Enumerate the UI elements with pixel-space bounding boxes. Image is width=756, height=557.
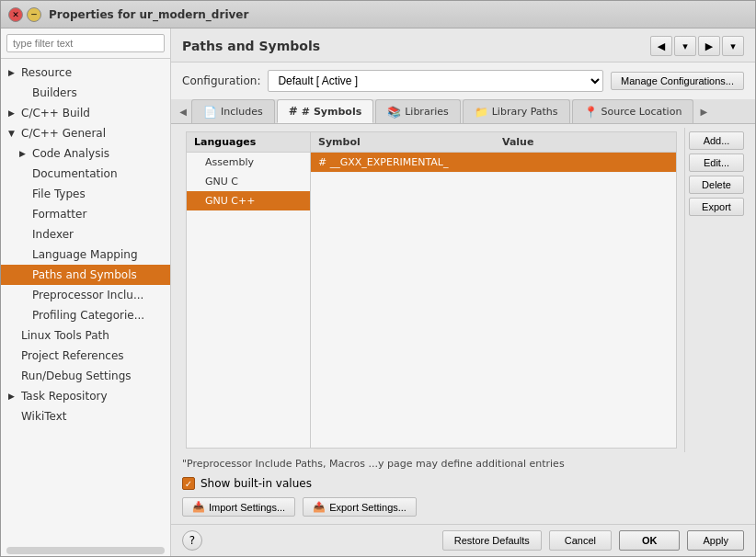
tab-label-library-paths: Library Paths (492, 106, 558, 118)
sidebar-item-linux-tools-path[interactable]: Linux Tools Path (1, 325, 170, 346)
help-button[interactable]: ? (182, 530, 202, 551)
tab-scroll-right[interactable]: ▶ (695, 99, 712, 123)
sidebar-item-label: Indexer (32, 226, 74, 243)
sidebar-item-resource[interactable]: ▶Resource (1, 63, 170, 83)
sidebar-item-label: Profiling Categorie... (32, 307, 144, 324)
show-builtin-label: Show built-in values (200, 477, 312, 490)
export-label: Export Settings... (329, 502, 407, 513)
languages-container: AssemblyGNU CGNU C++ (187, 153, 310, 210)
back-button[interactable]: ◀ (650, 36, 672, 56)
sidebar-item-label: Paths and Symbols (32, 267, 137, 283)
sidebar-item-label: Linux Tools Path (21, 327, 109, 344)
sidebar-item-label: Project References (21, 347, 124, 364)
sidebar-item-paths-and-symbols[interactable]: Paths and Symbols (1, 265, 170, 285)
import-settings-button[interactable]: 📥 Import Settings... (182, 497, 295, 517)
filter-input[interactable] (6, 34, 165, 52)
sidebar-item-project-references[interactable]: Project References (1, 346, 170, 366)
right-panel: Paths and Symbols ◀ ▾ ▶ ▾ Configuration:… (171, 28, 755, 556)
sidebar-item-wikitext[interactable]: WikiText (1, 406, 170, 426)
tab-source-location[interactable]: 📍Source Location (572, 99, 694, 123)
cell-value (502, 156, 669, 168)
sidebar-item-profiling-categories[interactable]: Profiling Categorie... (1, 305, 170, 325)
lang-item-gnu-cpp[interactable]: GNU C++ (187, 191, 310, 210)
tab-scroll-left[interactable]: ◀ (175, 99, 191, 123)
sidebar-item-label: Code Analysis (32, 145, 109, 162)
sidebar-item-formatter[interactable]: Formatter (1, 204, 170, 224)
tab-icon-includes: 📄 (203, 106, 217, 119)
sidebar-item-file-types[interactable]: File Types (1, 184, 170, 204)
sidebar-item-cpp-build[interactable]: ▶C/C++ Build (1, 103, 170, 123)
window-title: Properties for ur_modern_driver (49, 8, 248, 21)
sidebar-item-task-repository[interactable]: ▶Task Repository (1, 386, 170, 406)
lang-item-gnu-c[interactable]: GNU C (187, 172, 310, 191)
panel-header: Paths and Symbols ◀ ▾ ▶ ▾ (171, 28, 755, 63)
tab-bar: ◀ 📄Includes## Symbols📚Libraries📁Library … (171, 99, 755, 124)
tab-includes[interactable]: 📄Includes (191, 99, 275, 123)
sidebar-item-label: File Types (32, 186, 86, 202)
filter-box (1, 28, 170, 59)
sidebar-scrollbar[interactable] (6, 547, 165, 554)
close-button[interactable]: ✕ (8, 7, 23, 22)
ok-button[interactable]: OK (619, 530, 681, 551)
config-row: Configuration: Default [ Active ] Manage… (171, 63, 755, 99)
table-header: Symbol Value (311, 132, 676, 153)
restore-defaults-button[interactable]: Restore Defaults (442, 530, 542, 551)
sidebar-item-run-debug-settings[interactable]: Run/Debug Settings (1, 366, 170, 386)
minimize-button[interactable]: ─ (27, 7, 41, 22)
sidebar-item-label: Language Mapping (32, 246, 138, 263)
add-button[interactable]: Add... (689, 131, 744, 150)
cell-symbol: # __GXX_EXPERIMENTAL_ (318, 156, 502, 168)
manage-configs-button[interactable]: Manage Configurations... (611, 72, 744, 90)
sidebar-item-label: Formatter (32, 206, 86, 222)
cancel-button[interactable]: Cancel (549, 530, 612, 551)
sidebar-item-documentation[interactable]: Documentation (1, 164, 170, 184)
expand-arrow: ▶ (19, 145, 29, 162)
main-window: ✕ ─ Properties for ur_modern_driver ▶Res… (0, 0, 756, 557)
sidebar-item-language-mapping[interactable]: Language Mapping (1, 244, 170, 265)
sidebar-item-builders[interactable]: Builders (1, 83, 170, 103)
window-controls: ✕ ─ (8, 7, 41, 22)
tab-library-paths[interactable]: 📁Library Paths (463, 99, 570, 123)
tab-label-includes: Includes (221, 106, 263, 118)
export-settings-button[interactable]: 📤 Export Settings... (303, 497, 417, 517)
apply-button[interactable]: Apply (687, 530, 744, 551)
lang-item-assembly[interactable]: Assembly (187, 153, 310, 172)
panel-title: Paths and Symbols (182, 39, 320, 53)
side-buttons: Add...Edit...DeleteExport (684, 128, 748, 452)
expand-arrow: ▶ (8, 388, 17, 404)
languages-panel: Languages AssemblyGNU CGNU C++ (187, 132, 311, 448)
sidebar-item-label: Preprocessor Inclu... (32, 287, 143, 303)
tab-icon-source-location: 📍 (584, 106, 598, 119)
config-select[interactable]: Default [ Active ] (268, 70, 603, 92)
sidebar-item-label: C/C++ General (21, 125, 106, 142)
sidebar-item-indexer[interactable]: Indexer (1, 224, 170, 244)
table-body: # __GXX_EXPERIMENTAL_ (311, 153, 676, 448)
sidebar-item-cpp-general[interactable]: ▼C/C++ General (1, 123, 170, 143)
show-builtin-checkbox[interactable]: ✓ (182, 477, 195, 490)
tab-label-symbols: # Symbols (302, 106, 361, 118)
tab-icon-library-paths: 📁 (475, 106, 488, 119)
symbols-area: Languages AssemblyGNU CGNU C++ Symbol Va… (186, 131, 677, 449)
tree: ▶ResourceBuilders▶C/C++ Build▼C/C++ Gene… (1, 59, 170, 545)
edit-button[interactable]: Edit... (689, 153, 744, 172)
sidebar: ▶ResourceBuilders▶C/C++ Build▼C/C++ Gene… (1, 28, 171, 556)
tab-libraries[interactable]: 📚Libraries (375, 99, 461, 123)
config-label: Configuration: (182, 74, 260, 87)
tab-symbols[interactable]: ## Symbols (277, 99, 373, 123)
sidebar-item-code-analysis[interactable]: ▶Code Analysis (1, 143, 170, 164)
tab-label-source-location: Source Location (601, 106, 682, 118)
export-button[interactable]: Export (689, 198, 744, 216)
col-value-header: Value (502, 136, 669, 148)
sidebar-item-preprocessor-includes[interactable]: Preprocessor Inclu... (1, 285, 170, 305)
table-row[interactable]: # __GXX_EXPERIMENTAL_ (311, 153, 676, 173)
bottom-bar: ? Restore Defaults Cancel OK Apply (171, 524, 755, 556)
forward-button[interactable]: ▶ (698, 36, 720, 56)
tabs-container: 📄Includes## Symbols📚Libraries📁Library Pa… (191, 99, 695, 123)
expand-arrow: ▶ (8, 64, 17, 81)
titlebar: ✕ ─ Properties for ur_modern_driver (1, 1, 755, 28)
sidebar-item-label: Resource (21, 64, 72, 81)
tab-icon-symbols: # (289, 105, 298, 118)
delete-button[interactable]: Delete (689, 176, 744, 194)
back-dropdown[interactable]: ▾ (674, 36, 696, 56)
forward-dropdown[interactable]: ▾ (722, 36, 744, 56)
